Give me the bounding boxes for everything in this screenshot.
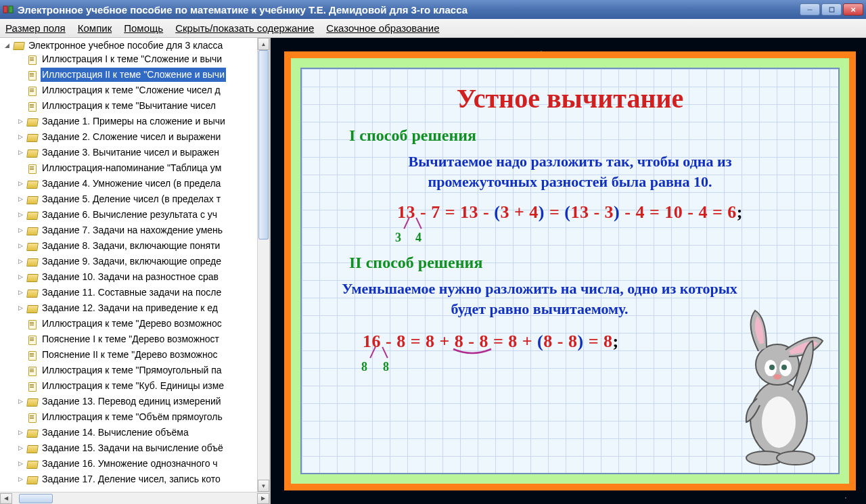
folder-icon bbox=[27, 211, 38, 219]
content-area: Устное вычитание I способ решения Вычита… bbox=[271, 38, 866, 504]
tree-item[interactable]: ▷Задание 6. Вычисление результата с уч bbox=[0, 207, 269, 223]
window-title: Электронное учебное пособие по математик… bbox=[18, 4, 800, 16]
tree-item[interactable]: ▷Задание 11. Составные задачи на после bbox=[0, 285, 269, 300]
tree-item-label: Задание 2. Сложение чисел и выражени bbox=[41, 130, 222, 144]
tree-item-label: Задание 8. Задачи, включающие поняти bbox=[41, 239, 221, 253]
expand-icon[interactable]: ▷ bbox=[16, 196, 24, 204]
tree-item[interactable]: ▷Задание 17. Деление чисел, запись кото bbox=[0, 472, 269, 487]
folder-icon bbox=[27, 273, 38, 281]
doc-icon bbox=[27, 102, 38, 110]
tree-item[interactable]: ▷Задание 9. Задачи, включающие опреде bbox=[0, 254, 269, 269]
menubar: Размер поля Компик Помощь Скрыть/показат… bbox=[0, 19, 866, 38]
svg-point-7 bbox=[769, 365, 775, 370]
doc-icon bbox=[27, 351, 38, 359]
doc-icon bbox=[27, 87, 38, 95]
tree-item-label: Задание 17. Деление чисел, запись кото bbox=[41, 472, 222, 486]
tree-item-label: Иллюстрация II к теме "Сложение и вычи bbox=[41, 68, 226, 82]
tree-item[interactable]: Иллюстрация к теме "Объём прямоуголь bbox=[0, 409, 269, 425]
tree-item[interactable]: ▷Задание 1. Примеры на сложение и вычи bbox=[0, 114, 269, 129]
folder-icon bbox=[27, 304, 38, 313]
expand-icon[interactable]: ▷ bbox=[16, 133, 24, 141]
doc-icon bbox=[27, 367, 38, 375]
menu-help[interactable]: Помощь bbox=[124, 22, 163, 34]
horizontal-scrollbar[interactable]: ◀ ▶ bbox=[0, 492, 269, 504]
tree-item[interactable]: Иллюстрация I к теме "Сложение и вычи bbox=[0, 51, 269, 67]
tree-item[interactable]: ▷Задание 4. Умножение чисел (в предела bbox=[0, 176, 269, 191]
expand-icon[interactable]: ▷ bbox=[16, 444, 24, 453]
vertical-scrollbar[interactable]: ▲ ▼ bbox=[257, 38, 269, 492]
expand-icon[interactable]: ▷ bbox=[16, 149, 24, 157]
close-button[interactable]: ✕ bbox=[843, 3, 863, 16]
tree[interactable]: ◢Электронное учебное пособие для 3 класс… bbox=[0, 38, 269, 492]
tree-item-label: Задание 15. Задачи на вычисление объё bbox=[41, 441, 225, 455]
equation-1: 13 - 7 = 13 - (3 + 4) = (13 - 3) - 4 = 1… bbox=[322, 202, 818, 223]
tree-item[interactable]: Иллюстрация к теме "Куб. Единицы изме bbox=[0, 378, 269, 394]
tree-item[interactable]: ▷Задание 13. Перевод единиц измерений bbox=[0, 394, 269, 409]
method-1-description: Вычитаемое надо разложить так, чтобы одн… bbox=[363, 152, 777, 191]
tree-root-label: Электронное учебное пособие для 3 класса bbox=[27, 40, 224, 51]
expand-icon[interactable]: ▷ bbox=[16, 258, 24, 266]
expand-icon[interactable]: ▷ bbox=[16, 304, 24, 313]
scroll-down-button[interactable]: ▼ bbox=[258, 480, 269, 492]
tree-item[interactable]: Иллюстрация к теме "Прямоугольный па bbox=[0, 363, 269, 378]
tree-item[interactable]: Иллюстрация-напоминание "Таблица ум bbox=[0, 160, 269, 176]
menu-kompik[interactable]: Компик bbox=[78, 22, 112, 34]
scroll-right-button[interactable]: ▶ bbox=[257, 493, 269, 504]
collapse-icon[interactable]: ◢ bbox=[3, 41, 11, 49]
expand-icon[interactable]: ▷ bbox=[16, 180, 24, 188]
decomposition-1: 3 4 bbox=[322, 225, 818, 248]
hscroll-thumb[interactable] bbox=[19, 494, 53, 503]
tree-item[interactable]: Пояснение II к теме "Дерево возможнос bbox=[0, 347, 269, 363]
doc-icon bbox=[27, 164, 38, 173]
expand-icon[interactable]: ▷ bbox=[16, 242, 24, 250]
tree-item[interactable]: ▷Задание 15. Задачи на вычисление объё bbox=[0, 440, 269, 456]
folder-icon bbox=[27, 289, 38, 297]
tree-item-label: Иллюстрация к теме "Сложение чисел д bbox=[41, 83, 222, 97]
tree-item[interactable]: ▷Задание 10. Задачи на разностное срав bbox=[0, 269, 269, 285]
folder-icon bbox=[27, 227, 38, 235]
svg-point-11 bbox=[777, 451, 815, 465]
tree-item[interactable]: Иллюстрация II к теме "Сложение и вычи bbox=[0, 67, 269, 83]
tree-item-label: Иллюстрация-напоминание "Таблица ум bbox=[41, 161, 223, 175]
expand-icon[interactable]: ▷ bbox=[16, 227, 24, 235]
tree-item-label: Задание 12. Задачи на приведение к ед bbox=[41, 301, 219, 315]
tree-item[interactable]: ▷Задание 14. Вычисление объёма bbox=[0, 425, 269, 440]
expand-icon[interactable]: ▷ bbox=[16, 429, 24, 437]
expand-icon[interactable]: ▷ bbox=[16, 118, 24, 126]
doc-icon bbox=[27, 71, 38, 79]
folder-icon bbox=[27, 149, 38, 157]
tree-item[interactable]: ▷Задание 8. Задачи, включающие поняти bbox=[0, 238, 269, 254]
tree-item[interactable]: Пояснение I к теме "Дерево возможност bbox=[0, 331, 269, 347]
menu-toggle-contents[interactable]: Скрыть/показать содержание bbox=[175, 22, 314, 34]
expand-icon[interactable]: ▷ bbox=[16, 476, 24, 484]
tree-item[interactable]: ▷Задание 12. Задачи на приведение к ед bbox=[0, 300, 269, 316]
menu-field-size[interactable]: Размер поля bbox=[5, 22, 66, 34]
minimize-button[interactable]: ─ bbox=[800, 3, 820, 16]
scroll-up-button[interactable]: ▲ bbox=[258, 38, 269, 50]
tree-item[interactable]: ▷Задание 2. Сложение чисел и выражени bbox=[0, 129, 269, 145]
scroll-left-button[interactable]: ◀ bbox=[0, 493, 12, 504]
tree-item[interactable]: Иллюстрация к теме "Вычитание чисел bbox=[0, 98, 269, 114]
sidebar: ◢Электронное учебное пособие для 3 класс… bbox=[0, 38, 271, 504]
expand-icon[interactable]: ▷ bbox=[16, 273, 24, 281]
expand-icon[interactable]: ▷ bbox=[16, 211, 24, 219]
slide-frame: Устное вычитание I способ решения Вычита… bbox=[284, 51, 856, 490]
tree-item[interactable]: ▷Задание 3. Вычитание чисел и выражен bbox=[0, 145, 269, 160]
tree-item[interactable]: Иллюстрация к теме "Сложение чисел д bbox=[0, 83, 269, 98]
tree-root[interactable]: ◢Электронное учебное пособие для 3 класс… bbox=[0, 39, 269, 51]
tree-item[interactable]: ▷Задание 16. Умножение однозначного ч bbox=[0, 456, 269, 472]
expand-icon[interactable]: ▷ bbox=[16, 460, 24, 468]
tree-item[interactable]: Иллюстрация к теме "Дерево возможнос bbox=[0, 316, 269, 331]
maximize-button[interactable]: ☐ bbox=[821, 3, 842, 16]
tree-item-label: Иллюстрация I к теме "Сложение и вычи bbox=[41, 52, 223, 66]
vscroll-thumb[interactable] bbox=[258, 50, 269, 239]
tree-item[interactable]: ▷Задание 7. Задачи на нахождение умень bbox=[0, 223, 269, 238]
doc-icon bbox=[27, 413, 38, 421]
tree-item-label: Задание 13. Перевод единиц измерений bbox=[41, 394, 223, 409]
tree-item-label: Задание 11. Составные задачи на после bbox=[41, 285, 223, 300]
folder-icon bbox=[27, 398, 38, 406]
menu-fairy-edu[interactable]: Сказочное образование bbox=[326, 22, 439, 34]
tree-item[interactable]: ▷Задание 5. Деление чисел (в пределах т bbox=[0, 191, 269, 207]
expand-icon[interactable]: ▷ bbox=[16, 398, 24, 406]
expand-icon[interactable]: ▷ bbox=[16, 289, 24, 297]
